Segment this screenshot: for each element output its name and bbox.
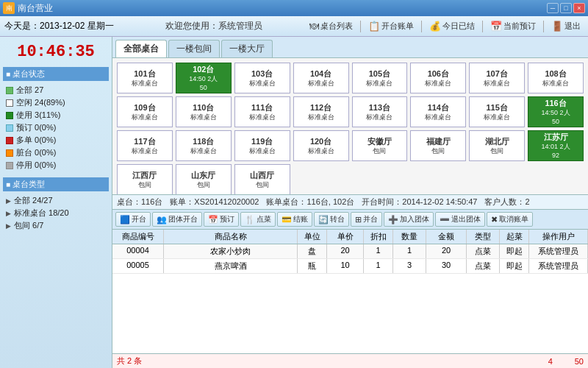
desk-cell[interactable]: 111台标准桌台 xyxy=(234,96,290,127)
arrow-icon: ▶ xyxy=(6,222,11,230)
maximize-button[interactable]: □ xyxy=(560,3,572,13)
tab-1[interactable]: 一楼包间 xyxy=(168,40,220,57)
row-amount: 30 xyxy=(426,259,467,273)
desk-number: 109台 xyxy=(134,102,155,113)
order-footer: 共 2 条 4 50 xyxy=(112,353,588,368)
desk-desc: 标准桌台 xyxy=(249,79,276,88)
desk-desc: 标准桌台 xyxy=(132,147,158,156)
status-item[interactable]: 使用 3(11%) xyxy=(3,109,109,121)
desk-cell[interactable]: 安徽厅包间 xyxy=(352,130,408,161)
action-btn-团体开台[interactable]: 👥团体开台 xyxy=(152,212,202,227)
close-button[interactable]: × xyxy=(573,3,585,13)
type-item[interactable]: ▶包间 6/7 xyxy=(3,219,109,232)
action-icon: ➕ xyxy=(388,215,398,224)
type-item[interactable]: ▶标准桌台 18/20 xyxy=(3,207,109,219)
open-account-label: 开台账单 xyxy=(381,21,414,32)
desk-cell[interactable]: 104台标准桌台 xyxy=(293,63,349,93)
desk-number: 103台 xyxy=(251,68,273,79)
desk-desc: 包间 xyxy=(138,181,151,190)
status-dot xyxy=(6,124,13,132)
desk-cell[interactable]: 118台标准桌台 xyxy=(176,130,232,161)
desk-cell[interactable]: 102台14:50 2人50 xyxy=(176,63,232,93)
col-type: 类型 xyxy=(467,230,500,244)
desk-cell[interactable]: 116台14:50 2人50 xyxy=(528,96,584,127)
tab-2[interactable]: 一楼大厅 xyxy=(221,40,273,57)
action-label: 并台 xyxy=(363,214,378,224)
tab-0[interactable]: 全部桌台 xyxy=(115,40,167,57)
action-label: 点菜 xyxy=(257,214,271,224)
status-item[interactable]: 脏台 0(0%) xyxy=(3,146,109,159)
current-reservation-button[interactable]: 📅 当前预订 xyxy=(487,19,539,33)
desk-cell[interactable]: 117台标准桌台 xyxy=(117,130,173,161)
status-item[interactable]: 多单 0(0%) xyxy=(3,134,109,146)
status-item[interactable]: 停用 0(0%) xyxy=(3,159,109,171)
desk-cell[interactable]: 山西厅包间 xyxy=(234,164,290,194)
desk-cell[interactable]: 106台标准桌台 xyxy=(410,63,466,93)
desk-desc: 标准桌台 xyxy=(249,113,276,122)
reservation-icon: 📅 xyxy=(490,21,502,32)
action-btn-结账[interactable]: 💳结账 xyxy=(277,212,312,227)
desk-list-label: 桌台列表 xyxy=(320,21,353,32)
today-settled-button[interactable]: 💰 今日已结 xyxy=(426,19,478,33)
status-label: 脏台 0(0%) xyxy=(16,147,56,158)
content-area: 全部桌台一楼包间一楼大厅 101台标准桌台102台14:50 2人50103台标… xyxy=(112,37,588,368)
logout-icon: 🚪 xyxy=(551,21,563,32)
desk-info: 桌台：116台 xyxy=(117,197,162,208)
col-qty: 数量 xyxy=(393,230,426,244)
desk-cell[interactable]: 江西厅包间 xyxy=(117,164,173,194)
open-time-info: 开台时间：2014-12-02 14:50:47 xyxy=(362,197,477,208)
table-row[interactable]: 00005 燕京啤酒 瓶 10 1 3 30 点菜 即起 系统管理员 xyxy=(112,259,588,274)
desk-cell[interactable]: 112台标准桌台 xyxy=(293,96,349,127)
desk-number: 108台 xyxy=(545,68,566,79)
desk-cell[interactable]: 110台标准桌台 xyxy=(176,96,232,127)
table-row[interactable]: 00004 农家小炒肉 盘 20 1 1 20 点菜 即起 系统管理员 xyxy=(112,244,588,259)
desk-cell[interactable]: 107台标准桌台 xyxy=(469,63,525,93)
status-item[interactable]: 全部 27 xyxy=(3,84,109,96)
row-discount: 1 xyxy=(364,244,393,258)
desk-cell[interactable]: 119台标准桌台 xyxy=(234,130,290,161)
open-account-button[interactable]: 📋 开台账单 xyxy=(365,19,417,33)
desk-cell[interactable]: 114台标准桌台 xyxy=(410,96,466,127)
action-label: 开台 xyxy=(132,214,146,224)
desk-cell[interactable]: 山东厅包间 xyxy=(176,164,232,194)
action-btn-点菜[interactable]: 🍴点菜 xyxy=(240,212,276,227)
desk-desc: 标准桌台 xyxy=(308,79,334,88)
desk-number: 119台 xyxy=(251,136,273,147)
desk-desc: 标准桌台 xyxy=(366,113,392,122)
desk-cell[interactable]: 120台标准桌台 xyxy=(293,130,349,161)
type-label: 全部 24/27 xyxy=(14,195,53,206)
action-icon: 🍴 xyxy=(245,215,255,224)
action-btn-取消账单[interactable]: ✖取消账单 xyxy=(487,212,533,227)
action-btn-并台[interactable]: ⊞并台 xyxy=(351,212,382,227)
status-item[interactable]: 预订 0(0%) xyxy=(3,121,109,134)
desk-cell[interactable]: 108台标准桌台 xyxy=(528,63,584,93)
type-item[interactable]: ▶全部 24/27 xyxy=(3,194,109,207)
desk-number: 105台 xyxy=(369,68,390,79)
desk-cell[interactable]: 江苏厅14:01 2人92 xyxy=(528,130,584,161)
desk-cell[interactable]: 113台标准桌台 xyxy=(352,96,408,127)
action-btn-开台[interactable]: 🟦开台 xyxy=(115,212,151,227)
desk-cell[interactable]: 福建厅包间 xyxy=(410,130,466,161)
action-btn-预订[interactable]: 📅预订 xyxy=(204,212,239,227)
type-list: ▶全部 24/27▶标准桌台 18/20▶包间 6/7 xyxy=(3,194,109,232)
qty-total: 4 xyxy=(548,357,553,366)
desk-cell[interactable]: 105台标准桌台 xyxy=(352,63,408,93)
desk-number: 江西厅 xyxy=(132,170,157,181)
minimize-button[interactable]: ─ xyxy=(547,3,559,13)
desk-desc: 标准桌台 xyxy=(132,113,158,122)
desk-cell[interactable]: 103台标准桌台 xyxy=(234,63,290,93)
desk-cell[interactable]: 115台标准桌台 xyxy=(469,96,525,127)
desk-desc: 标准桌台 xyxy=(249,147,276,156)
status-item[interactable]: 空闲 24(89%) xyxy=(3,96,109,109)
logout-button[interactable]: 🚪 退出 xyxy=(548,19,584,33)
desk-number: 福建厅 xyxy=(426,136,451,147)
action-label: 转台 xyxy=(330,214,345,224)
desk-cell[interactable]: 109台标准桌台 xyxy=(117,96,173,127)
desk-cell[interactable]: 湖北厅包间 xyxy=(469,130,525,161)
desk-cell[interactable]: 101台标准桌台 xyxy=(117,63,173,93)
action-btn-转台[interactable]: 🔄转台 xyxy=(314,212,349,227)
desk-list-button[interactable]: 🍽 桌台列表 xyxy=(306,19,356,33)
action-btn-退出团体[interactable]: ➖退出团体 xyxy=(435,212,485,227)
action-btn-加入团体[interactable]: ➕加入团体 xyxy=(384,212,434,227)
order-body: 00004 农家小炒肉 盘 20 1 1 20 点菜 即起 系统管理员 0000… xyxy=(112,244,588,353)
